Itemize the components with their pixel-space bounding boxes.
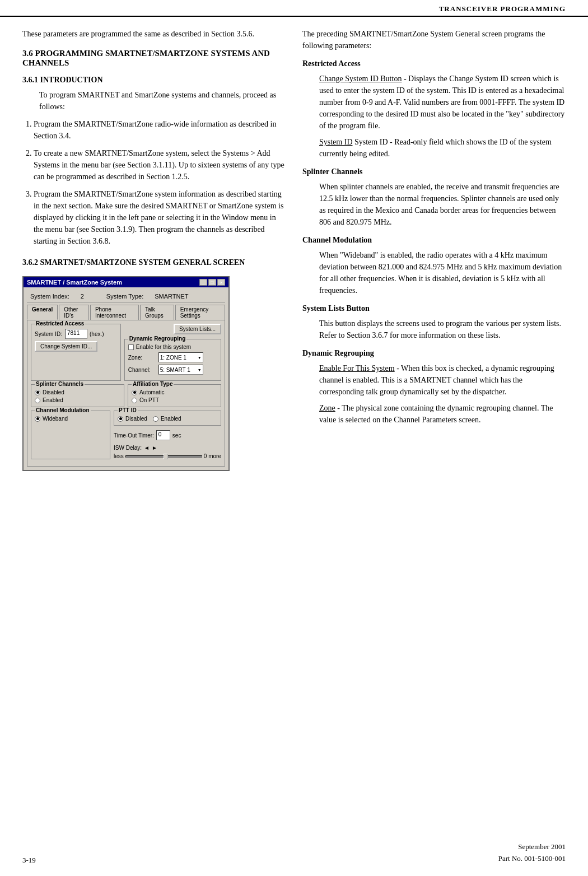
change-system-id-button[interactable]: Change System ID... bbox=[35, 341, 97, 352]
right-section-col: System Lists... Dynamic Regrouping Enabl… bbox=[124, 324, 221, 381]
affiliation-radio-group: Automatic On PTT bbox=[132, 389, 217, 403]
zone-p: Zone - The physical zone containing the … bbox=[319, 402, 566, 426]
system-id-hex: (hex.) bbox=[90, 331, 104, 337]
channel-modulation-p: When "Wideband" is enabled, the radio op… bbox=[319, 249, 566, 296]
close-button[interactable]: × bbox=[217, 279, 225, 286]
steps-list: Program the SMARTNET/SmartZone radio-wid… bbox=[34, 118, 286, 247]
system-id-desc: System ID System ID - Read-only field wh… bbox=[319, 136, 566, 160]
ptt-id-enabled-radio[interactable] bbox=[153, 416, 158, 422]
step-3: Program the SMARTNET/SmartZone system in… bbox=[34, 188, 286, 247]
page-header: TRANSCEIVER PROGRAMMING bbox=[0, 0, 588, 17]
section362-heading: 3.6.2 SMARTNET/SMARTZONE SYSTEM GENERAL … bbox=[22, 258, 286, 267]
restricted-access-content: System ID: 7811 (hex.) Change System ID.… bbox=[35, 329, 117, 352]
splinter-radio-group: Disabled Enabled bbox=[35, 389, 120, 403]
timeout-timer-unit: sec bbox=[172, 432, 181, 439]
step-1: Program the SMARTNET/SmartZone radio-wid… bbox=[34, 118, 286, 142]
channel-label: Channel: bbox=[128, 367, 156, 373]
affiliation-on-ptt-option: On PTT bbox=[132, 397, 217, 403]
enable-for-system-p: Enable For This System - When this box i… bbox=[319, 362, 566, 398]
timeout-timer-input[interactable]: 0 bbox=[156, 430, 170, 440]
zone-select[interactable]: 1: ZONE 1 ▼ bbox=[158, 352, 203, 362]
system-index-value: 2 bbox=[81, 293, 84, 300]
window-title: SMARTNET / SmartZone System bbox=[27, 279, 122, 286]
zone-row: Zone: 1: ZONE 1 ▼ bbox=[128, 352, 217, 362]
maximize-button[interactable]: □ bbox=[208, 279, 216, 286]
ptt-id-disabled-label: Disabled bbox=[125, 416, 147, 422]
system-id-row: System ID: 7811 (hex.) bbox=[35, 329, 117, 339]
channel-select[interactable]: 5: SMART 1 ▼ bbox=[158, 365, 203, 375]
step-2: To create a new SMARTNET/SmartZone syste… bbox=[34, 147, 286, 183]
isw-delay-left-arrow[interactable]: ◄ bbox=[144, 445, 150, 451]
splinter-enabled-radio[interactable] bbox=[35, 398, 40, 403]
isw-delay-less-label: less bbox=[114, 453, 124, 459]
window-titlebar-buttons: _ □ × bbox=[199, 279, 225, 286]
affiliation-automatic-option: Automatic bbox=[132, 389, 217, 395]
isw-delay-more-label: more bbox=[208, 453, 221, 459]
affiliation-automatic-radio[interactable] bbox=[132, 390, 137, 395]
enable-for-system-checkbox[interactable] bbox=[128, 344, 134, 350]
ptt-id-group: PTT ID Disabled Enabled bbox=[114, 411, 221, 426]
system-id-rest: System ID - Read-only field which shows … bbox=[319, 138, 552, 158]
isw-delay-slider[interactable] bbox=[125, 455, 202, 458]
ptt-id-enabled-option: Enabled bbox=[153, 416, 181, 422]
section36-heading: 3.6 PROGRAMMING SMARTNET/SMARTZONE SYSTE… bbox=[22, 49, 286, 68]
affiliation-on-ptt-label: On PTT bbox=[139, 397, 159, 403]
affiliation-type-group: Affiliation Type Automatic On PTT bbox=[128, 384, 221, 407]
ptt-id-disabled-radio[interactable] bbox=[118, 416, 123, 422]
ptt-id-title: PTT ID bbox=[118, 407, 138, 413]
minimize-button[interactable]: _ bbox=[199, 279, 207, 286]
system-id-input[interactable]: 7811 bbox=[65, 329, 87, 339]
splinter-channels-group: Splinter Channels Disabled Enabled bbox=[31, 384, 124, 407]
timeout-timer-label: Time-Out Timer: bbox=[114, 432, 154, 439]
channel-modulation-section: Channel Modulation When "Wideband" is en… bbox=[302, 236, 566, 296]
left-column: These parameters are programmed the same… bbox=[22, 28, 286, 477]
window-body: System Index: 2 System Type: SMARTNET Ge… bbox=[24, 287, 228, 470]
affiliation-automatic-label: Automatic bbox=[139, 389, 164, 395]
splinter-enabled-option: Enabled bbox=[35, 397, 120, 403]
restricted-access-group: Restricted Access System ID: 7811 (hex.)… bbox=[31, 324, 121, 381]
ptt-id-enabled-label: Enabled bbox=[161, 416, 181, 422]
restricted-access-section: Restricted Access Change System ID Butto… bbox=[302, 59, 566, 160]
zone-rest: - The physical zone containing the dynam… bbox=[319, 404, 553, 424]
tab-general[interactable]: General bbox=[27, 305, 58, 320]
channel-modulation-group: Channel Modulation Wideband bbox=[31, 411, 110, 459]
affiliation-on-ptt-radio[interactable] bbox=[132, 398, 137, 403]
smartnet-window: SMARTNET / SmartZone System _ □ × System… bbox=[22, 276, 230, 471]
right-bottom-col: PTT ID Disabled Enabled bbox=[114, 411, 221, 459]
system-id-underline: System ID bbox=[319, 138, 353, 146]
tabs-bar: General Other ID's Phone Interconnect Ta… bbox=[27, 305, 225, 320]
right-column: The preceding SMARTNET/SmartZone System … bbox=[302, 28, 566, 477]
channel-modulation-title: Channel Modulation bbox=[35, 407, 91, 413]
splinter-channels-heading: Splinter Channels bbox=[302, 167, 566, 176]
system-lists-heading: System Lists Button bbox=[302, 304, 566, 313]
tab-other-ids[interactable]: Other ID's bbox=[59, 305, 89, 320]
section361-intro: To program SMARTNET and SmartZone system… bbox=[22, 89, 286, 113]
isw-delay-right-arrow[interactable]: ► bbox=[152, 445, 157, 451]
footer-part-number: Part No. 001-5100-001 bbox=[498, 853, 566, 865]
isw-delay-section: ISW Delay: ◄ ► less 0 bbox=[114, 445, 221, 459]
dynamic-regrouping-title: Dynamic Regrouping bbox=[128, 336, 187, 342]
system-index-label: System Index: bbox=[30, 293, 69, 300]
change-system-id-underline: Change System ID Button bbox=[319, 74, 402, 83]
tab-emergency-settings[interactable]: Emergency Settings bbox=[175, 305, 225, 320]
enable-for-system-label: Enable for this system bbox=[136, 344, 191, 350]
window-titlebar: SMARTNET / SmartZone System _ □ × bbox=[24, 277, 228, 287]
tab-phone-interconnect[interactable]: Phone Interconnect bbox=[90, 305, 139, 320]
page-number: 3-19 bbox=[22, 856, 36, 864]
timeout-timer-row: Time-Out Timer: 0 sec bbox=[114, 430, 221, 440]
channel-modulation-wideband-radio[interactable] bbox=[35, 416, 40, 422]
dynamic-regrouping-heading: Dynamic Regrouping bbox=[302, 349, 566, 358]
channel-modulation-wideband-label: Wideband bbox=[43, 416, 68, 422]
channel-select-arrow: ▼ bbox=[198, 368, 202, 372]
footer-date: September 2001 bbox=[498, 841, 566, 853]
system-info-bar: System Index: 2 System Type: SMARTNET bbox=[27, 291, 225, 302]
channel-row: Channel: 5: SMART 1 ▼ bbox=[128, 365, 217, 375]
system-lists-btn-row: System Lists... bbox=[124, 324, 221, 334]
tab-talk-groups[interactable]: Talk Groups bbox=[140, 305, 174, 320]
dynamic-regrouping-desc: Enable For This System - When this box i… bbox=[302, 362, 566, 426]
system-type-value: SMARTNET bbox=[155, 293, 188, 300]
splinter-channels-section: Splinter Channels When splinter channels… bbox=[302, 167, 566, 228]
system-lists-button[interactable]: System Lists... bbox=[174, 324, 221, 334]
system-lists-desc: This button displays the screens used to… bbox=[302, 318, 566, 341]
splinter-disabled-radio[interactable] bbox=[35, 390, 40, 395]
